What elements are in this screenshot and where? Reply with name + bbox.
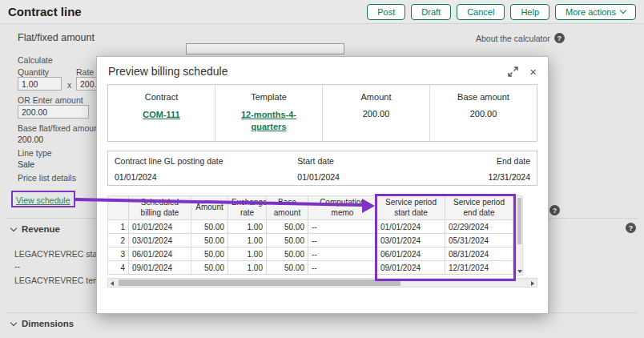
table-row[interactable]: 409/01/202450.001.0050.00--09/01/202412/… [108,261,513,275]
more-actions-button[interactable]: More actions [555,4,636,20]
table-cell: 50.00 [191,220,228,234]
base-amount-value: 200.00 [430,109,537,119]
table-cell: 2 [108,234,129,247]
contract-label: Contract [108,92,215,102]
start-date-value: 01/01/2024 [297,172,447,182]
cancel-button[interactable]: Cancel [457,4,505,20]
page-title: Contract line [8,5,82,18]
table-cell: 02/29/2024 [445,220,513,234]
schedule-table-body: 101/01/202450.001.0050.00--01/01/202402/… [108,220,513,275]
summary-contract: Contract COM-111 [108,85,215,141]
table-cell: 09/01/2024 [377,261,445,275]
table-cell: 50.00 [191,234,228,247]
gl-posting-date-label: Contract line GL posting date [115,156,297,166]
table-cell: -- [308,220,377,234]
table-cell: 09/01/2024 [129,261,191,275]
column-header: Service period end date [445,196,513,220]
contract-link[interactable]: COM-111 [143,109,179,121]
screen: Contract line Post Draft Cancel Help Mor… [0,0,644,338]
schedule-table-container: Scheduled billing dateAmountExchange rat… [107,195,514,276]
end-date-value: 12/31/2024 [447,172,530,182]
column-header: Service period start date [377,196,445,220]
schedule-header-row: Scheduled billing dateAmountExchange rat… [108,196,513,220]
post-button[interactable]: Post [367,4,405,20]
start-date-label: Start date [297,156,447,166]
table-cell: 08/31/2024 [445,247,513,261]
help-button[interactable]: Help [510,4,549,20]
table-cell: 50.00 [267,220,308,234]
amount-label: Amount [323,92,429,102]
summary-template: Template 12-months-4-quarters [215,85,322,141]
amount-value: 200.00 [323,109,429,119]
summary-base-amount: Base amount 200.00 [429,85,537,141]
schedule-table: Scheduled billing dateAmountExchange rat… [107,195,513,275]
expand-icon[interactable] [508,66,518,77]
base-amount-label: Base amount [430,92,537,102]
scroll-left-arrow-icon[interactable] [111,281,114,286]
table-row[interactable]: 101/01/202450.001.0050.00--01/01/202402/… [108,220,513,234]
more-actions-label: More actions [566,7,616,17]
horizontal-scrollbar[interactable] [107,278,537,288]
end-date: End date 12/31/2024 [447,156,530,180]
table-cell: 3 [108,247,129,261]
modal-title: Preview billing schedule [108,65,227,78]
table-row[interactable]: 203/01/202450.001.0050.00--03/01/202405/… [108,234,513,247]
chevron-down-icon [620,7,626,14]
vertical-scrollbar[interactable] [516,195,523,276]
dates-card: Contract line GL posting date 01/01/2024… [107,151,537,186]
start-date: Start date 01/01/2024 [297,156,447,180]
table-cell: 03/01/2024 [377,234,445,247]
table-cell: -- [308,261,377,275]
page-header: Contract line Post Draft Cancel Help Mor… [0,0,644,24]
preview-billing-schedule-modal: Preview billing schedule × Contract COM-… [96,56,549,314]
close-icon[interactable]: × [529,66,537,78]
table-cell: -- [308,247,377,261]
table-cell: 01/01/2024 [377,220,445,234]
column-header: Amount [191,196,228,220]
table-cell: 01/01/2024 [129,220,191,234]
scroll-right-arrow-icon[interactable] [531,281,534,286]
template-label: Template [215,92,322,102]
column-header: Scheduled billing date [129,196,191,220]
summary-amount: Amount 200.00 [322,85,429,141]
column-header [108,196,129,220]
table-cell: 1.00 [228,247,267,261]
column-header: Base amount [267,196,308,220]
modal-header: Preview billing schedule × [97,57,548,81]
table-cell: 12/31/2024 [445,261,513,275]
template-link[interactable]: 12-months-4-quarters [229,109,309,133]
modal-header-icons: × [508,66,537,78]
table-cell: 50.00 [267,261,308,275]
table-cell: 06/01/2024 [129,247,191,261]
table-cell: 50.00 [267,247,308,261]
table-cell: 1 [108,220,129,234]
table-cell: 4 [108,261,129,275]
scrollbar-thumb[interactable] [517,198,521,244]
table-cell: 50.00 [267,234,308,247]
table-cell: 03/01/2024 [129,234,191,247]
table-cell: 06/01/2024 [377,247,445,261]
scroll-down-arrow-icon[interactable] [517,270,521,273]
end-date-label: End date [447,156,530,166]
draft-button[interactable]: Draft [411,4,451,20]
scrollbar-thumb[interactable] [119,280,400,286]
gl-posting-date: Contract line GL posting date 01/01/2024 [115,156,297,180]
column-header: Exchange rate [228,196,267,220]
table-row[interactable]: 306/01/202450.001.0050.00--06/01/202408/… [108,247,513,261]
table-cell: 50.00 [191,247,228,261]
table-cell: 1.00 [228,261,267,275]
gl-posting-date-value: 01/01/2024 [115,172,297,182]
summary-card: Contract COM-111 Template 12-months-4-qu… [107,84,537,142]
table-cell: 50.00 [191,261,228,275]
table-cell: 1.00 [228,220,267,234]
table-cell: -- [308,234,377,247]
table-cell: 1.00 [228,234,267,247]
table-cell: 05/31/2024 [445,234,513,247]
column-header: Computation memo [308,196,377,220]
header-actions: Post Draft Cancel Help More actions [367,4,636,20]
